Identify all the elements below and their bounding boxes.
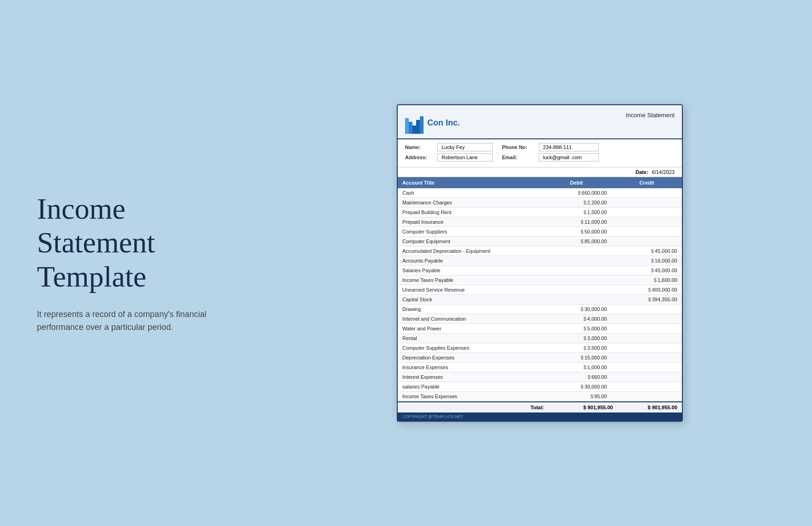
cell-account: salaries Payable: [398, 382, 541, 391]
cell-debit: [541, 266, 611, 275]
document: Con Inc. Income Statement Name: Lucky Fe…: [397, 104, 683, 422]
date-value: 6/14/2023: [652, 169, 675, 175]
cell-credit: [612, 334, 682, 343]
header-debit: Debit: [541, 177, 611, 188]
svg-rect-1: [409, 122, 412, 134]
cell-debit: $3,000.00: [541, 334, 611, 343]
cell-credit: [612, 208, 682, 217]
cell-account: Internet and Communication: [398, 314, 541, 323]
table-row: Salaries Payable$45,000.00: [398, 266, 682, 275]
cell-debit: $1,500.00: [541, 208, 611, 217]
table-header: Account Title Debit Credit: [398, 177, 682, 188]
cell-debit: $2,200.00: [541, 198, 611, 207]
table-row: Rental$3,000.00: [398, 334, 682, 343]
svg-rect-4: [420, 116, 424, 134]
table-row: Income Taxes Expenses$95.00: [398, 392, 682, 401]
document-wrapper: Con Inc. Income Statement Name: Lucky Fe…: [268, 95, 812, 431]
header-credit: Credit: [612, 177, 682, 188]
svg-rect-0: [412, 126, 416, 134]
cell-debit: $15,000.00: [541, 353, 611, 362]
table-footer: Total: $ 901,955.00 $ 901,955.00: [398, 401, 682, 412]
footer-credit: $ 901,955.00: [613, 405, 677, 410]
cell-account: Drawing: [398, 305, 541, 314]
copyright: COPYRIGHT @TEMPLATE.NET: [398, 412, 682, 421]
table-row: Insurance Expenses$1,000.00: [398, 363, 682, 372]
cell-debit: [541, 295, 611, 304]
cell-account: Income Taxes Payable: [398, 275, 541, 285]
cell-debit: $3,500.00: [541, 343, 611, 353]
cell-account: Accounts Payable: [398, 256, 541, 265]
cell-account: Computer Supplies Expenses: [398, 343, 541, 353]
cell-credit: $16,000.00: [612, 256, 682, 265]
table-row: Computer Equipment$85,000.00: [398, 237, 682, 246]
email-label: Email:: [502, 155, 539, 160]
cell-debit: $5,000.00: [541, 324, 611, 333]
cell-account: Unearned Service Revenue: [398, 285, 541, 294]
cell-debit: $4,000.00: [541, 314, 611, 323]
table-row: Water and Power$5,000.00: [398, 324, 682, 334]
table-row: Cash$660,000.00: [398, 188, 682, 198]
table-section: Account Title Debit Credit Cash$660,000.…: [398, 177, 682, 412]
address-label: Address:: [405, 155, 437, 160]
name-value: Lucky Fey: [437, 143, 493, 151]
cell-account: Depreciation Expenses: [398, 353, 541, 362]
cell-debit: $11,000.00: [541, 217, 611, 227]
cell-debit: $660,000.00: [541, 188, 611, 197]
document-title: Income Statement: [626, 112, 675, 119]
cell-credit: [612, 198, 682, 207]
table-row: Maintenance Charges$2,200.00: [398, 198, 682, 208]
cell-credit: [612, 314, 682, 323]
page-title: Income Statement Template: [37, 192, 240, 294]
page-container: Income Statement Template It represents …: [0, 0, 812, 526]
cell-credit: $1,600.00: [612, 275, 682, 285]
table-row: Prepaid Insurance$11,000.00: [398, 217, 682, 227]
cell-account: Interest Expenses: [398, 372, 541, 382]
footer-debit: $ 901,955.00: [549, 405, 613, 410]
cell-debit: [541, 246, 611, 256]
cell-credit: [612, 324, 682, 333]
cell-credit: [612, 392, 682, 401]
logo-area: Con Inc.: [405, 112, 460, 134]
cell-account: Computer Suppliers: [398, 227, 541, 236]
cell-credit: [612, 227, 682, 236]
cell-debit: $30,000.00: [541, 382, 611, 391]
table-row: Accounts Payable$16,000.00: [398, 256, 682, 266]
svg-rect-2: [416, 120, 420, 134]
cell-account: Income Taxes Expenses: [398, 392, 541, 401]
cell-account: Water and Power: [398, 324, 541, 333]
table-row: salaries Payable$30,000.00: [398, 382, 682, 392]
cell-debit: $50,000.00: [541, 227, 611, 236]
contact-row-2: Address: Robertson Lane Email: luck@gmai…: [405, 153, 675, 161]
cell-credit: [612, 363, 682, 372]
cell-account: Rental: [398, 334, 541, 343]
cell-credit: [612, 343, 682, 353]
cell-account: Salaries Payable: [398, 266, 541, 275]
cell-credit: $400,000.00: [612, 285, 682, 294]
contact-section: Name: Lucky Fey Phone No: 234-888-111 Ad…: [398, 139, 682, 167]
doc-header: Con Inc. Income Statement: [398, 105, 682, 139]
table-row: Accumulated Depreciation - Equipment$45,…: [398, 246, 682, 256]
cell-credit: [612, 237, 682, 246]
cell-debit: $1,000.00: [541, 363, 611, 372]
footer-label: Total:: [402, 405, 549, 410]
page-description: It represents a record of a company's fi…: [37, 308, 240, 335]
table-row: Capital Stock$394,355.00: [398, 295, 682, 305]
table-body: Cash$660,000.00Maintenance Charges$2,200…: [398, 188, 682, 401]
cell-account: Computer Equipment: [398, 237, 541, 246]
cell-credit: [612, 188, 682, 197]
table-row: Drawing$30,000.00: [398, 305, 682, 314]
cell-credit: $45,000.00: [612, 266, 682, 275]
cell-account: Maintenance Charges: [398, 198, 541, 207]
table-row: Internet and Communication$4,000.00: [398, 314, 682, 324]
table-row: Prepaid Building Rent$1,500.00: [398, 208, 682, 217]
cell-debit: [541, 256, 611, 265]
cell-credit: [612, 217, 682, 227]
header-account: Account Title: [398, 177, 541, 188]
company-logo: [405, 112, 424, 134]
table-row: Computer Supplies Expenses$3,500.00: [398, 343, 682, 353]
cell-account: Capital Stock: [398, 295, 541, 304]
cell-credit: [612, 382, 682, 391]
table-row: Depreciation Expenses$15,000.00: [398, 353, 682, 363]
cell-debit: [541, 285, 611, 294]
cell-credit: [612, 372, 682, 382]
